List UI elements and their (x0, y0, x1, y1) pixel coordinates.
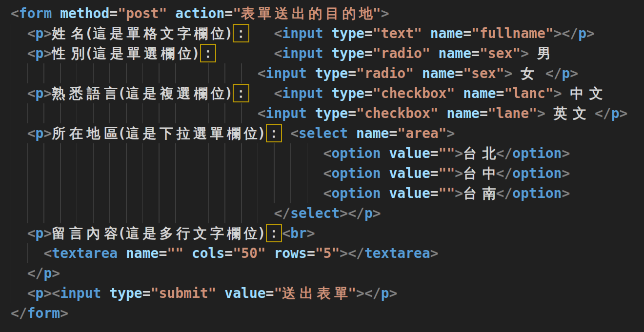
token-tag: p (562, 65, 570, 81)
token-eq: = (430, 145, 439, 161)
token-attr: type (331, 85, 364, 101)
token-txt: 中文 (570, 83, 603, 103)
token-tag: input (282, 85, 323, 101)
token-str: "" (167, 245, 183, 261)
code-line: <p><input type="submit" value="送出表單"></p… (11, 283, 644, 303)
code-editor[interactable]: <form method="post" action="表單送出的目的地"><p… (0, 0, 644, 332)
token-txt: ) (224, 85, 233, 101)
token-attr: name (126, 245, 159, 261)
token-txt: 這是單格文字欄位 (93, 23, 225, 43)
indent-guides (11, 103, 258, 123)
unicode-highlight-colon: ： (266, 224, 282, 242)
token-attr: rows (274, 245, 306, 261)
token-txt: ) (258, 125, 266, 141)
token-punct: </ (11, 305, 27, 321)
token-txt: ( (85, 25, 93, 41)
token-punct: > (430, 245, 439, 261)
token-txt: 台中 (463, 163, 496, 183)
token-eq: = (307, 245, 315, 261)
token-str: 送出表單 (282, 283, 348, 303)
token-tag: textarea (52, 245, 118, 261)
token-attr: type (109, 285, 142, 301)
token-txt (282, 125, 290, 141)
token-txt (529, 45, 537, 61)
code-line: <p>姓名(這是單格文字欄位)： <input type="text" name… (11, 23, 644, 43)
indent-guides (11, 163, 323, 183)
token-tag: select (299, 125, 348, 141)
token-eq: = (455, 65, 463, 81)
token-punct: > (43, 85, 52, 101)
token-str: "" (439, 185, 455, 201)
token-punct: </ (496, 165, 513, 181)
token-punct: </ (545, 65, 562, 81)
token-attr: cols (192, 245, 224, 261)
code-line: <option value="">台北</option> (11, 143, 644, 163)
token-txt: 女 (521, 63, 537, 83)
indent-guides (11, 203, 274, 223)
token-punct: </ (27, 265, 44, 281)
token-txt (455, 85, 463, 101)
token-punct: < (323, 145, 332, 161)
token-str: "sex" (480, 45, 521, 61)
token-eq: = (142, 285, 151, 301)
token-str: "checkbox" (373, 85, 455, 101)
token-txt: 姓名 (52, 23, 84, 43)
token-txt (307, 105, 315, 121)
token-punct: > (620, 105, 628, 121)
unicode-highlight-colon: ： (200, 44, 217, 62)
token-punct: > (570, 65, 578, 81)
token-txt (381, 185, 389, 201)
token-punct: < (258, 65, 266, 81)
token-txt (323, 25, 332, 41)
token-punct: </ (496, 185, 513, 201)
token-punct: < (274, 25, 282, 41)
token-txt (348, 125, 356, 141)
token-tag: select (290, 205, 340, 221)
token-punct: < (27, 225, 36, 241)
token-punct: ></ (554, 25, 579, 41)
token-punct: > (373, 205, 381, 221)
token-txt: 這是複選欄位 (126, 83, 224, 103)
code-line: <p>熟悉語言(這是複選欄位)： <input type="checkbox" … (11, 83, 644, 103)
token-tag: p (36, 45, 44, 61)
code-line: <form method="post" action="表單送出的目的地"> (11, 3, 644, 23)
token-txt: ( (118, 125, 126, 141)
token-punct: > (455, 165, 463, 181)
token-tag: input (282, 25, 323, 41)
code-line: <option value="">台中</option> (11, 163, 644, 183)
token-txt (422, 25, 430, 41)
code-line: </form> (11, 303, 644, 323)
unicode-highlight-colon: ： (233, 84, 249, 102)
token-txt (101, 285, 109, 301)
token-tag: form (19, 5, 52, 21)
token-txt (381, 145, 389, 161)
token-txt: 英文 (554, 103, 586, 123)
token-txt (216, 45, 274, 61)
token-tag: option (512, 145, 562, 161)
token-tag: input (266, 65, 307, 81)
token-txt (118, 245, 126, 261)
token-punct: > (60, 305, 68, 321)
token-punct: > (521, 45, 529, 61)
token-tag: p (36, 285, 44, 301)
token-tag: p (43, 265, 52, 281)
token-txt (323, 45, 332, 61)
token-txt: ) (192, 45, 200, 61)
token-tag: input (282, 45, 323, 61)
token-str: "radio" (356, 65, 414, 81)
token-str: "fullname" (471, 25, 554, 41)
token-punct: < (43, 245, 52, 261)
token-str: "sex" (463, 65, 504, 81)
token-attr: value (389, 165, 430, 181)
token-tag: p (611, 105, 620, 121)
token-txt (512, 65, 521, 81)
token-punct: < (323, 185, 332, 201)
token-punct: > (446, 125, 455, 141)
token-punct: < (274, 45, 282, 61)
token-punct: < (323, 165, 332, 181)
token-str: "50" (233, 245, 265, 261)
token-punct: > (52, 265, 60, 281)
token-punct: > (504, 65, 513, 81)
token-punct: > (307, 225, 315, 241)
token-txt (167, 5, 175, 21)
